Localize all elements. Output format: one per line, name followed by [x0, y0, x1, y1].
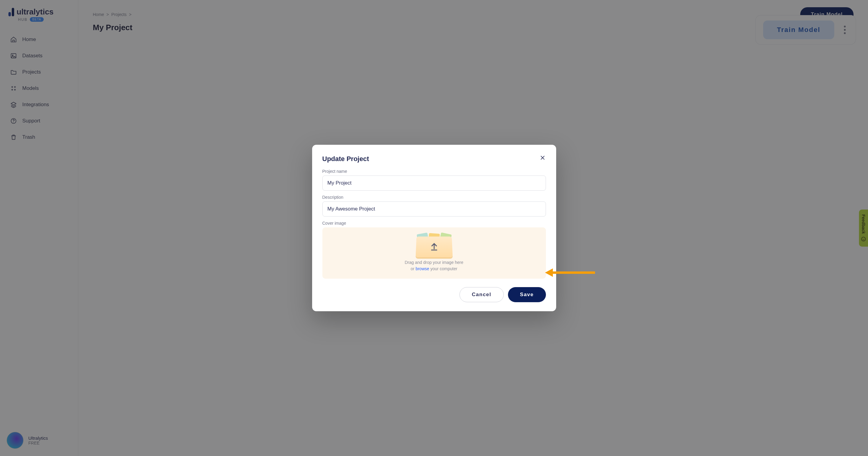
cover-image-label: Cover image	[322, 221, 546, 226]
description-input[interactable]	[322, 201, 546, 217]
project-name-input[interactable]	[322, 175, 546, 191]
browse-link[interactable]: browse	[415, 266, 429, 271]
cover-image-dropzone[interactable]: Drag and drop your image here or browse …	[322, 227, 546, 279]
modal-actions: Cancel Save	[322, 287, 546, 302]
modal-title: Update Project	[322, 155, 546, 163]
dropzone-text: Drag and drop your image here or browse …	[326, 259, 543, 272]
description-label: Description	[322, 195, 546, 200]
update-project-modal: Update Project Project name Description …	[312, 145, 556, 311]
close-button[interactable]	[538, 153, 547, 162]
close-icon	[539, 155, 546, 161]
save-button[interactable]: Save	[508, 287, 546, 302]
cancel-button[interactable]: Cancel	[460, 287, 504, 302]
modal-scrim[interactable]: Update Project Project name Description …	[0, 0, 868, 456]
project-name-label: Project name	[322, 169, 546, 174]
dropzone-art	[416, 236, 452, 258]
upload-icon	[429, 241, 439, 251]
